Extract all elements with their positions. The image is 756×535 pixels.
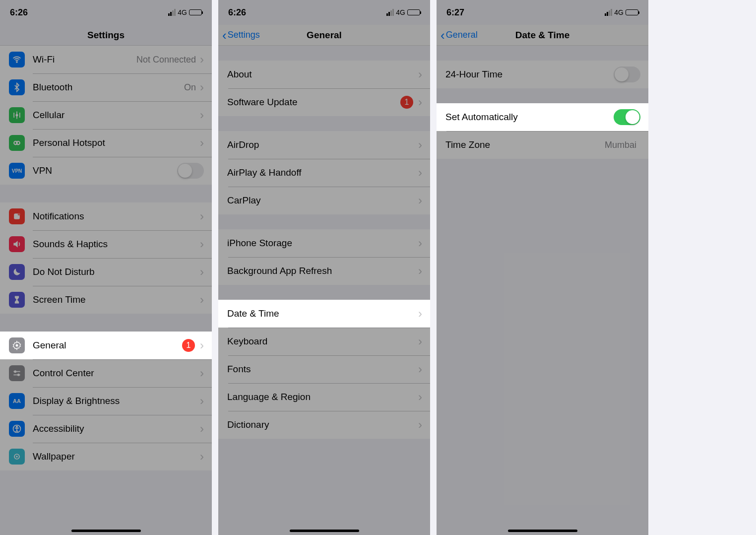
row-about[interactable]: About › bbox=[218, 61, 430, 88]
row-accessibility[interactable]: Accessibility › bbox=[0, 415, 212, 443]
row-label: Fonts bbox=[227, 364, 418, 375]
row-label: Do Not Disturb bbox=[33, 267, 200, 277]
back-button[interactable]: ‹ Settings bbox=[222, 29, 260, 42]
status-right: 4G bbox=[168, 8, 202, 16]
back-label: Settings bbox=[228, 30, 260, 40]
row-notifications[interactable]: Notifications › bbox=[0, 202, 212, 230]
chevron-right-icon: › bbox=[200, 137, 204, 149]
nav-bar: Settings bbox=[0, 25, 212, 46]
row-date-time[interactable]: Date & Time › bbox=[218, 300, 430, 328]
nav-bar: ‹ Settings General bbox=[218, 25, 430, 46]
row-sounds[interactable]: Sounds & Haptics › bbox=[0, 230, 212, 258]
row-airdrop[interactable]: AirDrop › bbox=[218, 131, 430, 159]
status-bar: 6:26 4G bbox=[0, 0, 212, 25]
row-label: CarPlay bbox=[227, 195, 418, 206]
row-cellular[interactable]: Cellular › bbox=[0, 101, 212, 129]
row-label: VPN bbox=[33, 165, 177, 176]
chevron-right-icon: › bbox=[200, 367, 204, 379]
section-general: General 1 › Control Center › AA Display … bbox=[0, 332, 212, 470]
cellular-icon bbox=[9, 107, 25, 123]
nav-title: Settings bbox=[87, 30, 125, 41]
row-label: Cellular bbox=[33, 110, 200, 121]
row-label: Time Zone bbox=[445, 139, 605, 150]
status-bar: 6:26 4G bbox=[218, 0, 430, 25]
hourglass-icon bbox=[9, 292, 25, 308]
signal-icon bbox=[386, 9, 394, 16]
row-keyboard[interactable]: Keyboard › bbox=[218, 328, 430, 355]
home-indicator[interactable] bbox=[508, 530, 577, 532]
section-gap bbox=[218, 116, 430, 131]
row-label: About bbox=[227, 69, 418, 80]
row-wifi[interactable]: Wi-Fi Not Connected › bbox=[0, 46, 212, 73]
chevron-right-icon: › bbox=[200, 451, 204, 463]
chevron-right-icon: › bbox=[418, 363, 422, 375]
row-label: Accessibility bbox=[33, 423, 200, 434]
row-label: Set Automatically bbox=[445, 112, 614, 123]
row-background-refresh[interactable]: Background App Refresh › bbox=[218, 257, 430, 285]
row-hotspot[interactable]: Personal Hotspot › bbox=[0, 129, 212, 157]
svg-point-3 bbox=[16, 141, 20, 145]
network-type: 4G bbox=[396, 8, 405, 16]
row-dictionary[interactable]: Dictionary › bbox=[218, 411, 430, 439]
row-storage[interactable]: iPhone Storage › bbox=[218, 229, 430, 257]
battery-icon bbox=[626, 9, 638, 15]
section-gap bbox=[218, 46, 430, 61]
toggle-24h[interactable] bbox=[614, 67, 640, 82]
row-label: Bluetooth bbox=[33, 82, 184, 93]
row-label: Screen Time bbox=[33, 294, 200, 305]
svg-point-7 bbox=[14, 371, 16, 372]
nav-title: Date & Time bbox=[515, 30, 569, 41]
row-label: iPhone Storage bbox=[227, 238, 418, 249]
chevron-right-icon: › bbox=[200, 395, 204, 407]
svg-point-5 bbox=[18, 213, 20, 215]
row-label: Date & Time bbox=[227, 308, 418, 319]
row-label: Display & Brightness bbox=[33, 396, 200, 406]
row-label: Language & Region bbox=[227, 392, 418, 402]
section-24h: 24-Hour Time bbox=[437, 61, 648, 88]
row-value: Not Connected bbox=[136, 55, 196, 65]
svg-point-10 bbox=[16, 426, 18, 428]
row-display[interactable]: AA Display & Brightness › bbox=[0, 387, 212, 415]
notifications-icon bbox=[9, 208, 25, 224]
toggle-auto[interactable] bbox=[614, 109, 640, 125]
row-carplay[interactable]: CarPlay › bbox=[218, 187, 430, 214]
row-label: AirDrop bbox=[227, 139, 418, 150]
svg-point-6 bbox=[16, 344, 18, 347]
chevron-left-icon: ‹ bbox=[441, 29, 445, 42]
section-airdrop: AirDrop › AirPlay & Handoff › CarPlay › bbox=[218, 131, 430, 214]
row-vpn[interactable]: VPN VPN bbox=[0, 157, 212, 185]
row-set-automatically[interactable]: Set Automatically bbox=[437, 103, 648, 131]
status-time: 6:26 bbox=[10, 7, 28, 18]
row-fonts[interactable]: Fonts › bbox=[218, 355, 430, 383]
chevron-right-icon: › bbox=[418, 265, 422, 277]
status-right: 4G bbox=[386, 8, 420, 16]
row-bluetooth[interactable]: Bluetooth On › bbox=[0, 73, 212, 101]
row-control-center[interactable]: Control Center › bbox=[0, 359, 212, 387]
svg-point-0 bbox=[16, 62, 17, 63]
row-screentime[interactable]: Screen Time › bbox=[0, 286, 212, 314]
nav-title: General bbox=[307, 30, 342, 41]
vpn-toggle[interactable] bbox=[177, 163, 204, 179]
moon-icon bbox=[9, 264, 25, 280]
network-type: 4G bbox=[178, 8, 187, 16]
chevron-right-icon: › bbox=[200, 339, 204, 351]
row-wallpaper[interactable]: Wallpaper › bbox=[0, 443, 212, 470]
section-network: Wi-Fi Not Connected › Bluetooth On › Cel… bbox=[0, 46, 212, 185]
row-airplay[interactable]: AirPlay & Handoff › bbox=[218, 159, 430, 187]
row-dnd[interactable]: Do Not Disturb › bbox=[0, 258, 212, 286]
home-indicator[interactable] bbox=[71, 530, 141, 532]
row-general[interactable]: General 1 › bbox=[0, 332, 212, 359]
battery-icon bbox=[407, 9, 420, 15]
row-language[interactable]: Language & Region › bbox=[218, 383, 430, 411]
row-value: Mumbai bbox=[605, 140, 636, 150]
svg-point-8 bbox=[18, 374, 19, 376]
section-sounds: Notifications › Sounds & Haptics › Do No… bbox=[0, 202, 212, 314]
row-timezone[interactable]: Time Zone Mumbai bbox=[437, 131, 648, 159]
status-time: 6:26 bbox=[228, 7, 246, 18]
gear-icon bbox=[9, 337, 25, 353]
row-24h[interactable]: 24-Hour Time bbox=[437, 61, 648, 88]
section-gap bbox=[218, 285, 430, 300]
back-button[interactable]: ‹ General bbox=[441, 29, 478, 42]
row-software-update[interactable]: Software Update 1 › bbox=[218, 88, 430, 116]
home-indicator[interactable] bbox=[290, 530, 359, 532]
